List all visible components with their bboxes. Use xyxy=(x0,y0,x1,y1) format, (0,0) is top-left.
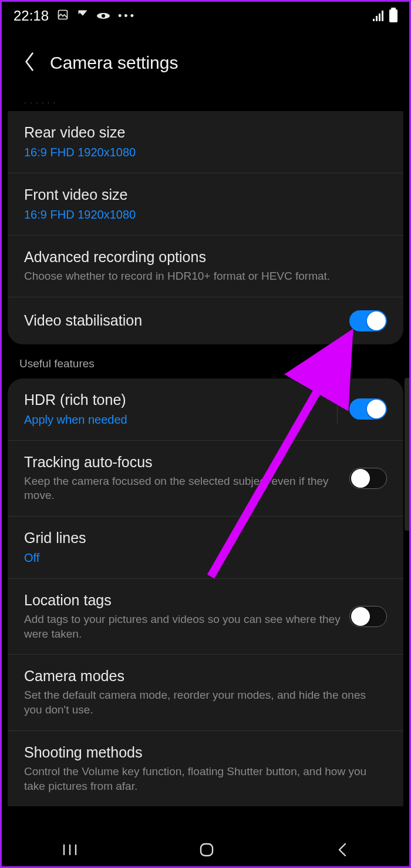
hdr-toggle[interactable] xyxy=(349,398,387,420)
row-sub: Apply when needed xyxy=(24,412,331,427)
page-header: Camera settings xyxy=(2,28,409,92)
back-icon[interactable] xyxy=(23,51,36,75)
row-title: Rear video size xyxy=(24,124,381,141)
signal-icon xyxy=(373,11,383,21)
video-stabilisation-row[interactable]: Video stabilisation xyxy=(8,297,403,344)
divider xyxy=(337,394,338,424)
row-sub: Choose whether to record in HDR10+ forma… xyxy=(24,269,381,284)
front-video-size-row[interactable]: Front video size 16:9 FHD 1920x1080 xyxy=(8,173,403,236)
rear-video-size-row[interactable]: Rear video size 16:9 FHD 1920x1080 xyxy=(8,111,403,173)
row-title: Grid lines xyxy=(24,529,381,547)
row-title: Video stabilisation xyxy=(24,312,343,329)
recents-icon[interactable] xyxy=(62,844,78,856)
status-time: 22:18 xyxy=(14,8,49,24)
row-sub: Off xyxy=(24,550,381,565)
page-title: Camera settings xyxy=(50,53,178,73)
row-sub: Control the Volume key function, floatin… xyxy=(24,765,381,793)
location-tags-row[interactable]: Location tags Add tags to your pictures … xyxy=(8,579,403,655)
advanced-recording-row[interactable]: Advanced recording options Choose whethe… xyxy=(8,236,403,297)
row-title: Front video size xyxy=(24,186,381,203)
check-icon xyxy=(77,9,89,24)
row-sub: 16:9 FHD 1920x1080 xyxy=(24,207,381,222)
row-sub: Add tags to your pictures and videos so … xyxy=(24,612,343,641)
row-title: Camera modes xyxy=(24,668,381,685)
tracking-autofocus-row[interactable]: Tracking auto-focus Keep the camera focu… xyxy=(8,441,403,517)
useful-features-label: Useful features xyxy=(2,344,409,378)
scrollbar[interactable] xyxy=(405,378,409,531)
row-title: HDR (rich tone) xyxy=(24,391,331,408)
shooting-methods-row[interactable]: Shooting methods Control the Volume key … xyxy=(8,731,403,806)
row-sub: Keep the camera focused on the selected … xyxy=(24,474,343,503)
battery-icon xyxy=(389,9,397,22)
row-sub: Set the default camera mode, reorder you… xyxy=(24,688,381,717)
svg-point-2 xyxy=(102,14,105,18)
prev-section-cut: ...... xyxy=(2,92,409,109)
hdr-row[interactable]: HDR (rich tone) Apply when needed xyxy=(8,378,403,441)
gallery-icon xyxy=(57,9,69,24)
location-tags-toggle[interactable] xyxy=(349,606,387,627)
back-nav-icon[interactable] xyxy=(335,842,349,858)
videos-panel: Rear video size 16:9 FHD 1920x1080 Front… xyxy=(8,111,403,344)
tracking-autofocus-toggle[interactable] xyxy=(349,468,387,489)
row-title: Tracking auto-focus xyxy=(24,454,343,471)
row-title: Location tags xyxy=(24,592,343,609)
row-title: Shooting methods xyxy=(24,744,381,761)
home-icon[interactable] xyxy=(198,842,215,858)
status-bar: 22:18 ••• xyxy=(2,2,409,28)
grid-lines-row[interactable]: Grid lines Off xyxy=(8,517,403,579)
video-stabilisation-toggle[interactable] xyxy=(349,310,387,331)
row-title: Advanced recording options xyxy=(24,249,381,266)
useful-features-panel: HDR (rich tone) Apply when needed Tracki… xyxy=(8,378,403,807)
eye-icon xyxy=(97,9,110,23)
camera-modes-row[interactable]: Camera modes Set the default camera mode… xyxy=(8,655,403,730)
svg-rect-6 xyxy=(201,844,213,856)
row-sub: 16:9 FHD 1920x1080 xyxy=(24,145,381,160)
navigation-bar xyxy=(2,833,409,866)
more-icon: ••• xyxy=(118,10,136,22)
